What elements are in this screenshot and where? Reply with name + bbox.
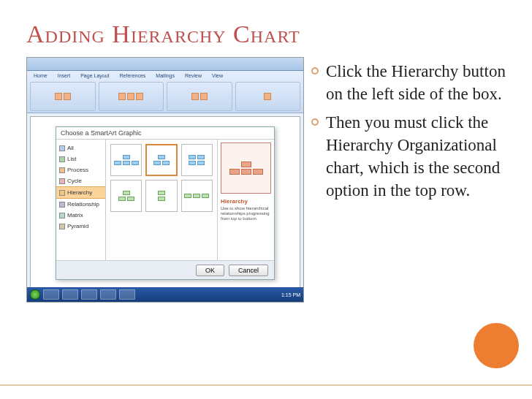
ok-button[interactable]: OK <box>196 265 224 276</box>
category-label: List <box>67 156 76 162</box>
window-titlebar <box>27 58 303 71</box>
category-all[interactable]: All <box>56 142 105 153</box>
ribbon-group <box>99 82 164 111</box>
category-swatch-icon <box>59 178 65 184</box>
bullet-text: Click the Hierarchy button on the left s… <box>326 60 506 105</box>
ribbon-icon[interactable] <box>264 93 271 100</box>
category-relationship[interactable]: Relationship <box>56 199 105 210</box>
layout-thumb[interactable] <box>181 180 213 212</box>
category-hierarchy[interactable]: Hierarchy <box>56 186 105 199</box>
category-label: Matrix <box>67 212 83 218</box>
category-label: Relationship <box>67 201 99 208</box>
ribbon-icon[interactable] <box>127 93 134 100</box>
ribbon-tab[interactable]: Mailings <box>153 72 177 79</box>
dialog-title: Choose a SmartArt Graphic <box>56 127 274 140</box>
slide: Adding Hierarchy Chart Home Insert Page … <box>0 0 532 399</box>
layout-thumb[interactable] <box>110 180 142 212</box>
decorative-circle-icon <box>474 323 519 368</box>
taskbar-item[interactable] <box>100 289 116 300</box>
taskbar-clock: 1:15 PM <box>281 292 300 297</box>
smartart-dialog: Choose a SmartArt Graphic All List Proce… <box>56 126 275 280</box>
layout-thumb-selected[interactable] <box>145 144 177 176</box>
category-list-item[interactable]: List <box>56 153 105 164</box>
ribbon-group <box>235 82 301 111</box>
bullet-text: Then you must click the Hierarchy Organi… <box>326 111 506 202</box>
ribbon-icon[interactable] <box>55 93 62 100</box>
category-swatch-icon <box>59 145 65 151</box>
layout-thumb[interactable] <box>181 144 213 176</box>
layout-thumb[interactable] <box>110 144 142 176</box>
category-label: Pyramid <box>67 223 88 229</box>
category-label: All <box>67 145 74 151</box>
category-list: All List Process Cycle Hierarchy Relatio… <box>56 140 106 260</box>
ribbon-icon[interactable] <box>200 93 208 100</box>
ribbon: Home Insert Page Layout References Maili… <box>27 71 303 113</box>
category-cycle[interactable]: Cycle <box>56 175 105 186</box>
ribbon-tab[interactable]: Insert <box>56 72 73 79</box>
ribbon-body <box>27 80 303 113</box>
bullet-marker-icon <box>311 67 319 75</box>
category-swatch-icon <box>59 190 65 196</box>
ribbon-icon[interactable] <box>191 93 199 100</box>
slide-title: Adding Hierarchy Chart <box>26 20 506 48</box>
ribbon-tab[interactable]: Page Layout <box>78 72 111 79</box>
category-label: Process <box>67 167 88 173</box>
dialog-body: All List Process Cycle Hierarchy Relatio… <box>56 140 274 260</box>
taskbar-item[interactable] <box>43 289 59 300</box>
start-button-icon[interactable] <box>30 289 40 300</box>
cancel-button[interactable]: Cancel <box>229 265 268 276</box>
category-swatch-icon <box>59 156 65 162</box>
ribbon-tabs: Home Insert Page Layout References Maili… <box>27 71 303 80</box>
category-label: Hierarchy <box>67 189 92 196</box>
layout-gallery <box>106 140 217 260</box>
taskbar-item[interactable] <box>62 289 78 300</box>
taskbar-item[interactable] <box>81 289 97 300</box>
category-label: Cycle <box>67 178 82 184</box>
ribbon-icon[interactable] <box>136 93 143 100</box>
category-process[interactable]: Process <box>56 164 105 175</box>
ribbon-tab[interactable]: Review <box>183 72 204 79</box>
category-swatch-icon <box>59 202 65 208</box>
category-matrix[interactable]: Matrix <box>56 210 105 221</box>
preview-pane: Hierarchy Use to show hierarchical relat… <box>217 140 274 260</box>
document-area: Choose a SmartArt Graphic All List Proce… <box>30 116 300 290</box>
category-swatch-icon <box>59 224 65 229</box>
ribbon-tab[interactable]: References <box>118 72 148 79</box>
bullet-list: Click the Hierarchy button on the left s… <box>311 57 506 303</box>
preview-image <box>221 142 271 194</box>
taskbar: 1:15 PM <box>27 287 303 302</box>
app-screenshot: Home Insert Page Layout References Maili… <box>26 57 304 303</box>
decorative-line <box>0 384 532 386</box>
preview-description: Use to show hierarchical relationships p… <box>221 206 271 222</box>
dialog-buttons: OK Cancel <box>56 260 274 279</box>
ribbon-group <box>30 82 96 111</box>
category-pyramid[interactable]: Pyramid <box>56 221 105 232</box>
bullet-marker-icon <box>311 118 319 126</box>
layout-thumb[interactable] <box>145 180 177 212</box>
ribbon-tab[interactable]: View <box>210 72 225 79</box>
bullet-item: Click the Hierarchy button on the left s… <box>311 60 506 105</box>
ribbon-group <box>167 82 232 111</box>
ribbon-icon[interactable] <box>64 93 71 100</box>
ribbon-icon[interactable] <box>118 93 126 100</box>
category-swatch-icon <box>59 167 65 173</box>
preview-title: Hierarchy <box>221 198 271 205</box>
category-swatch-icon <box>59 213 65 218</box>
bullet-item: Then you must click the Hierarchy Organi… <box>311 111 506 202</box>
slide-content: Home Insert Page Layout References Maili… <box>26 57 506 303</box>
ribbon-tab[interactable]: Home <box>31 72 50 79</box>
taskbar-item[interactable] <box>119 289 135 300</box>
